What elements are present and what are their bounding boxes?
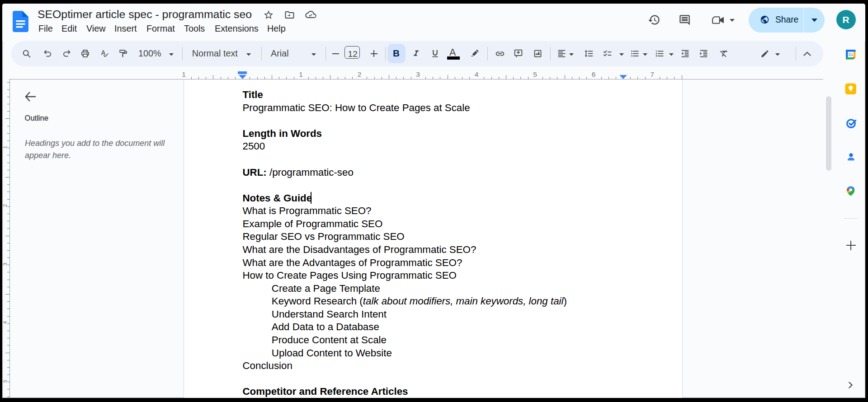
svg-text:31: 31 <box>849 52 854 57</box>
